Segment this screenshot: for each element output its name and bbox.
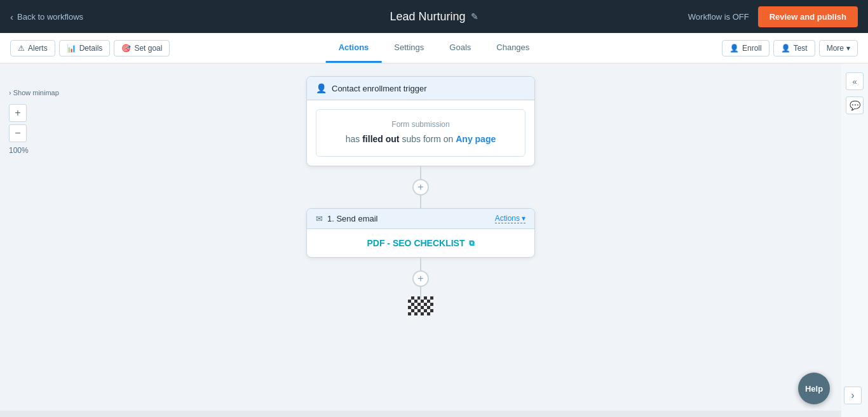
details-button[interactable]: 📊 Details [59,40,111,56]
form-text-2: subs form on [400,134,456,144]
tab-changes[interactable]: Changes [484,34,542,63]
email-link[interactable]: PDF - SEO CHECKLIST ⧉ [316,238,526,248]
alerts-icon: ⚠ [18,44,25,53]
review-publish-button[interactable]: Review and publish [758,6,858,27]
set-goal-button[interactable]: 🎯 Set goal [114,40,170,56]
test-label: Test [794,44,808,53]
action-dropdown[interactable]: Actions ▾ [495,214,526,223]
tab-goals[interactable]: Goals [437,34,484,63]
tab-settings[interactable]: Settings [381,34,437,63]
chevron-down-icon: ▾ [846,44,850,53]
form-text-1: has [346,134,362,144]
back-arrow-icon: ‹ [10,11,13,22]
zoom-out-button[interactable]: − [9,124,27,142]
back-to-workflows-link[interactable]: ‹ Back to workflows [10,11,83,22]
trigger-header: 👤 Contact enrollment trigger [307,77,534,100]
form-submission-label: Form submission [327,120,515,129]
trigger-header-text: Contact enrollment trigger [332,84,427,93]
sub-nav-left: ⚠ Alerts 📊 Details 🎯 Set goal [10,40,170,56]
canvas: › Show minimap + − 100% 👤 Contact enroll… [0,63,841,417]
comment-button[interactable]: 💬 [846,96,864,114]
details-icon: 📊 [67,44,76,53]
plus-icon-1: + [417,182,423,193]
minimap-label: Show minimap [13,89,59,96]
canvas-wrap: › Show minimap + − 100% 👤 Contact enroll… [0,63,868,417]
plus-icon-2: + [417,273,423,284]
add-step-button-2[interactable]: + [412,270,429,287]
top-right-controls: Workflow is OFF Review and publish [688,6,858,27]
enroll-button[interactable]: 👤 Enroll [722,40,770,56]
comment-icon: 💬 [850,100,860,110]
horizontal-scrollbar[interactable] [0,411,841,417]
workflow-title: Lead Nurturing ✎ [390,10,478,23]
add-step-button-1[interactable]: + [412,179,429,195]
alerts-label: Alerts [28,44,48,53]
action-header-text: 1. Send email [327,214,378,223]
action-header-left: ✉ 1. Send email [316,214,378,223]
workflow-nodes: 👤 Contact enrollment trigger Form submis… [294,76,548,315]
chevron-down-icon-actions: ▾ [522,214,526,223]
action-body[interactable]: PDF - SEO CHECKLIST ⧉ [307,229,534,257]
person-icon: 👤 [316,83,327,93]
actions-label: Actions [495,214,520,223]
help-button[interactable]: Help [798,373,830,404]
form-bold: filled out [362,134,399,144]
left-controls: › Show minimap + − 100% [9,89,59,155]
edit-icon[interactable]: ✎ [471,11,478,22]
enroll-icon: 👤 [729,44,739,53]
more-button[interactable]: More ▾ [819,40,858,56]
action-card: ✉ 1. Send email Actions ▾ PDF - SEO CHEC… [306,208,535,258]
right-scroll-button[interactable]: › [844,387,862,404]
connector-2: + [294,258,548,300]
more-label: More [827,44,844,53]
workflow-status: Workflow is OFF [688,12,749,22]
form-submission-box[interactable]: Form submission has filled out subs form… [316,109,526,157]
alerts-button[interactable]: ⚠ Alerts [10,40,55,56]
test-button[interactable]: 👤 Test [773,40,815,56]
external-link-icon: ⧉ [469,239,475,248]
top-nav: ‹ Back to workflows Lead Nurturing ✎ Wor… [0,0,868,33]
enroll-label: Enroll [742,44,762,53]
sub-nav: ⚠ Alerts 📊 Details 🎯 Set goal Actions Se… [0,33,868,63]
goal-icon: 🎯 [121,44,131,53]
tab-group: Actions Settings Goals Changes [326,34,543,63]
title-text: Lead Nurturing [390,10,465,23]
trigger-card: 👤 Contact enrollment trigger Form submis… [306,76,535,166]
details-label: Details [79,44,103,53]
back-label: Back to workflows [17,12,83,22]
zoom-level: 100% [9,146,59,155]
collapse-panel-button[interactable]: « [846,72,864,90]
zoom-in-button[interactable]: + [9,104,27,122]
connector-1: + [294,166,548,208]
set-goal-label: Set goal [134,44,162,53]
trigger-body[interactable]: Form submission has filled out subs form… [307,100,534,166]
sub-nav-right: 👤 Enroll 👤 Test More ▾ [722,40,858,56]
right-panel: « 💬 [841,63,868,417]
tab-actions[interactable]: Actions [326,34,382,63]
test-icon: 👤 [781,44,790,53]
form-submission-text: has filled out subs form on Any page [327,133,515,146]
email-text: PDF - SEO CHECKLIST [367,238,465,248]
collapse-icon: « [852,77,857,86]
form-blue: Any page [456,134,496,144]
right-arrow-icon: › [851,390,854,401]
minimap-toggle[interactable]: › Show minimap [9,89,59,96]
chevron-right-icon: › [9,89,11,96]
action-header: ✉ 1. Send email Actions ▾ [307,209,534,229]
email-icon: ✉ [316,214,323,223]
